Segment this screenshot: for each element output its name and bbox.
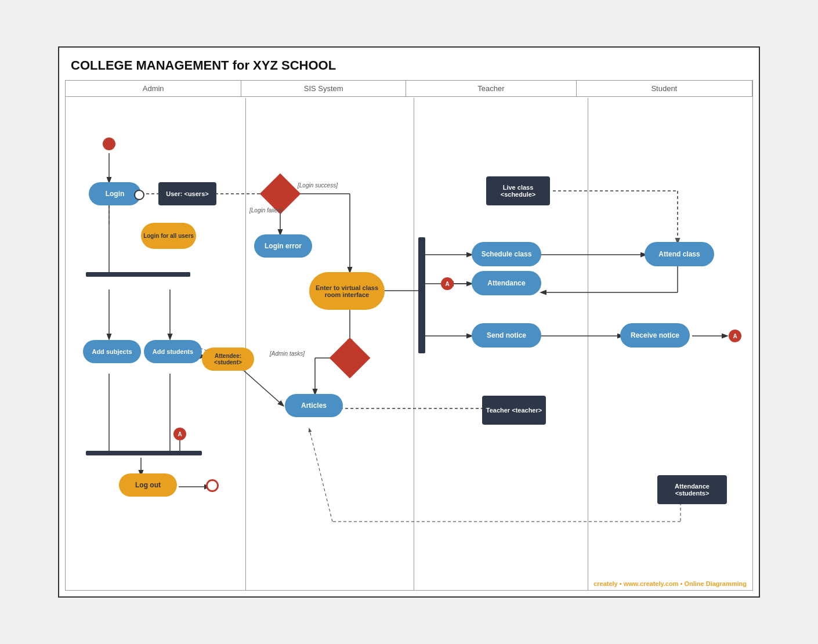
add-subjects-node: Add subjects [83, 340, 141, 363]
login-failed-label: [Login failed] [249, 207, 283, 214]
attendance-node: Attendance [472, 271, 541, 295]
receive-notice-node: Receive notice [620, 323, 690, 348]
teacher-node: Teacher <teacher> [482, 396, 546, 425]
watermark-text: • [620, 580, 624, 587]
schedule-class-node: Schedule class [472, 242, 541, 266]
login-error-node: Login error [254, 234, 312, 258]
send-notice-node: Send notice [472, 323, 541, 348]
start-node [103, 138, 115, 150]
articles-node: Articles [285, 394, 343, 417]
swimlane-headers: Admin SIS System Teacher Student [66, 81, 752, 97]
attendee-node: Attendee: <student> [202, 348, 254, 371]
attendance-students-node: Attendance <students> [657, 475, 727, 504]
login-success-label: [Login success] [298, 182, 338, 189]
diagram-area: Admin SIS System Teacher Student [65, 80, 753, 591]
page-title: COLLEGE MANAGEMENT for XYZ SCHOOL [65, 53, 753, 80]
swimlane-sis-header: SIS System [241, 81, 406, 96]
fork-bar-top [86, 272, 190, 277]
admin-tasks-label: [Admin tasks] [270, 350, 305, 357]
logout-node: Log out [119, 473, 177, 497]
page-container: COLLEGE MANAGEMENT for XYZ SCHOOL Admin … [58, 46, 760, 598]
svg-line-38 [309, 429, 332, 522]
connector-a-receive: A [729, 330, 741, 342]
connector-a-bottom: A [173, 428, 186, 440]
enter-virtual-node: Enter to virtual class room interface [309, 272, 385, 310]
watermark-line1: www.creately.com • Online Diagramming [624, 580, 747, 587]
divider-student [588, 98, 588, 590]
divider-teacher [414, 98, 414, 590]
watermark: creately • www.creately.com • Online Dia… [593, 580, 747, 587]
swimlane-student-header: Student [577, 81, 752, 96]
join-bar-bottom [86, 451, 202, 455]
login-node: Login [89, 182, 141, 205]
divider-sis [245, 98, 246, 590]
login-connector [134, 190, 144, 200]
diamond-admin [330, 338, 371, 379]
end-node [206, 479, 219, 492]
swimlane-admin-header: Admin [66, 81, 241, 96]
connector-a-attendance: A [441, 277, 454, 290]
brand-name: creately [593, 580, 618, 587]
live-class-node: Live class <schedule> [486, 176, 550, 205]
activation-bar [418, 237, 425, 353]
swimlane-teacher-header: Teacher [406, 81, 577, 96]
add-students-node: Add students [144, 340, 202, 363]
login-all-node: Login for all users [141, 223, 196, 249]
attend-class-node: Attend class [645, 242, 714, 266]
user-box: User: <users> [158, 182, 216, 205]
